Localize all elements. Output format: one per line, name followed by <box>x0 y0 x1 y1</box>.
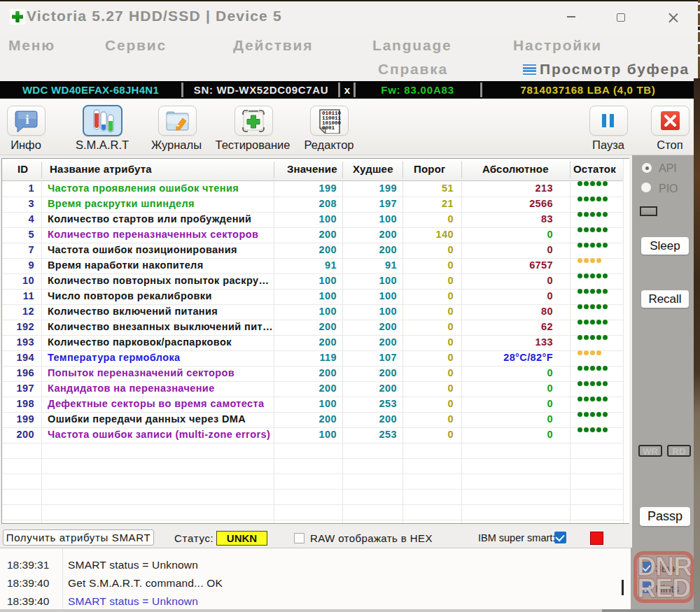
svg-text:i: i <box>25 113 29 127</box>
svg-text:0001: 0001 <box>322 125 335 131</box>
